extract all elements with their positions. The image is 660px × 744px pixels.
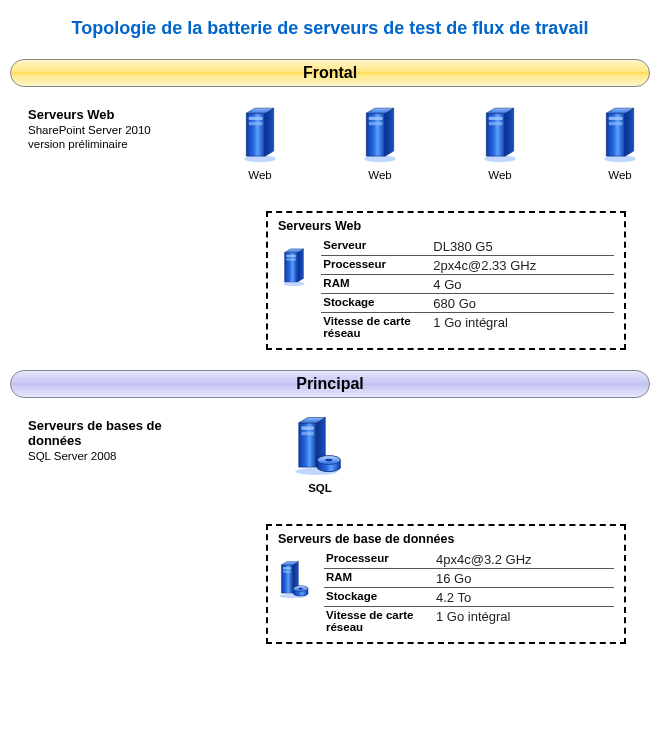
spec-row: Stockage680 Go [321, 294, 614, 313]
frontal-spec-title: Serveurs Web [278, 219, 614, 233]
server-tower-icon [241, 103, 279, 163]
principal-servers-row: SQL [180, 410, 350, 494]
sql-server: SQL [290, 414, 350, 494]
principal-side-header: Serveurs de bases de données [28, 418, 176, 448]
frontal-spec-table: ServeurDL380 G5 Processeur2px4c@2.33 GHz… [321, 237, 614, 340]
principal-side-label: Serveurs de bases de données SQL Server … [10, 410, 180, 464]
principal-spec-box: Serveurs de base de données Processeur4p… [266, 524, 626, 644]
spec-row: Stockage4.2 To [324, 588, 614, 607]
principal-section: Serveurs de bases de données SQL Server … [10, 410, 650, 494]
page-title: Topologie de la batterie de serveurs de … [10, 18, 650, 39]
web-server-3-label: Web [488, 169, 511, 181]
server-tower-icon [601, 103, 639, 163]
spec-row: Vitesse de carte réseau1 Go intégral [321, 313, 614, 341]
server-tower-icon [361, 103, 399, 163]
principal-side-sub: SQL Server 2008 [28, 450, 176, 464]
tier-bar-frontal-label: Frontal [303, 64, 357, 82]
frontal-side-label: Serveurs Web SharePoint Server 2010 vers… [10, 99, 180, 152]
frontal-servers-row: Web Web Web Web [180, 99, 650, 181]
frontal-spec-icon [278, 237, 309, 287]
frontal-side-header: Serveurs Web [28, 107, 176, 122]
tier-bar-principal: Principal [10, 370, 650, 398]
server-tower-icon [281, 245, 307, 287]
frontal-spec-box: Serveurs Web ServeurDL380 G5 Processeur2… [266, 211, 626, 350]
principal-spec-icon [278, 550, 312, 600]
db-server-icon [293, 414, 347, 476]
spec-row: RAM16 Go [324, 569, 614, 588]
web-server-2: Web [350, 103, 410, 181]
frontal-side-sub: SharePoint Server 2010 version prélimina… [28, 124, 176, 152]
spec-row: RAM4 Go [321, 275, 614, 294]
web-server-4-label: Web [608, 169, 631, 181]
server-tower-icon [481, 103, 519, 163]
spec-row: ServeurDL380 G5 [321, 237, 614, 256]
web-server-3: Web [470, 103, 530, 181]
principal-spec-table: Processeur4px4c@3.2 GHz RAM16 Go Stockag… [324, 550, 614, 634]
web-server-2-label: Web [368, 169, 391, 181]
web-server-1: Web [230, 103, 290, 181]
frontal-section: Serveurs Web SharePoint Server 2010 vers… [10, 99, 650, 181]
principal-spec-title: Serveurs de base de données [278, 532, 614, 546]
spec-row: Vitesse de carte réseau1 Go intégral [324, 607, 614, 635]
web-server-1-label: Web [248, 169, 271, 181]
spec-row: Processeur2px4c@2.33 GHz [321, 256, 614, 275]
sql-server-label: SQL [308, 482, 332, 494]
tier-bar-frontal: Frontal [10, 59, 650, 87]
spec-row: Processeur4px4c@3.2 GHz [324, 550, 614, 569]
db-server-icon [278, 558, 312, 600]
tier-bar-principal-label: Principal [296, 375, 364, 393]
web-server-4: Web [590, 103, 650, 181]
